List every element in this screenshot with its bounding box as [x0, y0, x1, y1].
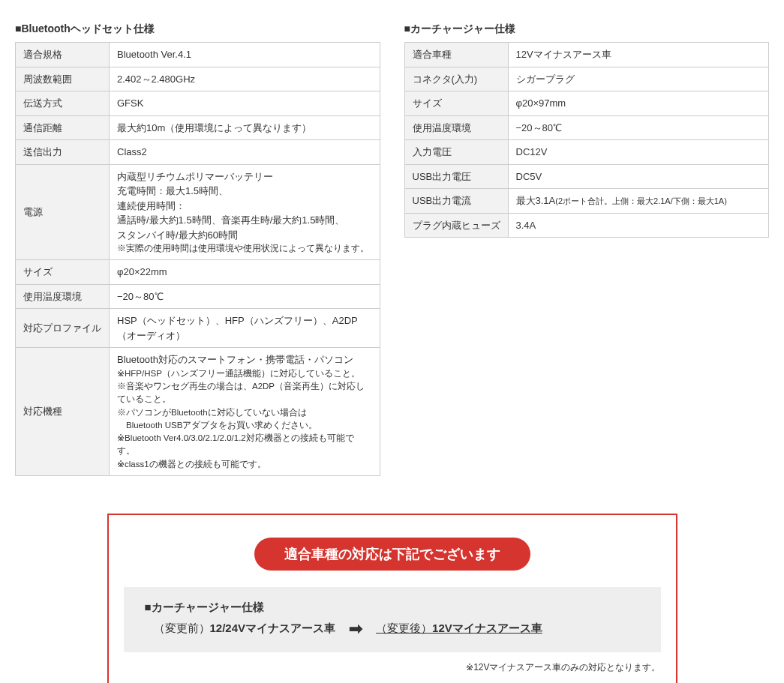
- models-note: ※class1の機器との接続も可能です。: [117, 458, 372, 471]
- table-row: 伝送方式GFSK: [16, 91, 380, 116]
- spec-key: 周波数範囲: [16, 67, 110, 91]
- spec-key: 対応プロファイル: [16, 309, 110, 348]
- before-group: （変更前）12/24Vマイナスアース車: [154, 622, 336, 636]
- table-row: 周波数範囲2.402～2.480GHz: [16, 67, 380, 91]
- power-line: 通話時/最大約1.5時間、音楽再生時/最大約1.5時間、: [117, 213, 372, 228]
- notice-footnote: ※12Vマイナスアース車のみの対応となります。: [124, 661, 661, 674]
- models-main: Bluetooth対応のスマートフォン・携帯電話・パソコン: [117, 352, 372, 367]
- spec-value: 最大約10m（使用環境によって異なります）: [110, 115, 380, 140]
- spec-value: GFSK: [110, 91, 380, 116]
- power-note: ※実際の使用時間は使用環境や使用状況によって異なります。: [117, 242, 372, 255]
- bluetooth-spec-table: 適合規格Bluetooth Ver.4.1 周波数範囲2.402～2.480GH…: [15, 42, 380, 476]
- arrow-icon: ➡: [349, 621, 362, 637]
- spec-key: 対応機種: [16, 348, 110, 476]
- table-row: サイズφ20×22mm: [16, 260, 380, 285]
- after-value: 12Vマイナスアース車: [432, 622, 542, 634]
- spec-key: USB出力電流: [404, 189, 508, 214]
- spec-key: 適合規格: [16, 43, 110, 67]
- spec-value: −20～80℃: [508, 115, 769, 140]
- spec-value: Bluetooth Ver.4.1: [110, 43, 380, 67]
- models-note: ※HFP/HSP（ハンズフリー通話機能）に対応していること。: [117, 367, 372, 380]
- spec-value: シガープラグ: [508, 67, 769, 91]
- table-row: プラグ内蔵ヒューズ3.4A: [404, 213, 769, 238]
- table-row: 入力電圧DC12V: [404, 140, 769, 165]
- before-label: （変更前）: [154, 622, 210, 634]
- models-note: ※音楽やワンセグ再生の場合は、A2DP（音楽再生）に対応していること。: [117, 380, 372, 406]
- table-row-models: 対応機種 Bluetooth対応のスマートフォン・携帯電話・パソコン ※HFP/…: [16, 348, 380, 476]
- table-row: 適合車種12Vマイナスアース車: [404, 43, 769, 67]
- spec-key: プラグ内蔵ヒューズ: [404, 213, 508, 238]
- spec-value: 3.4A: [508, 213, 769, 238]
- spec-value: −20～80℃: [110, 284, 380, 309]
- before-value: 12/24Vマイナスアース車: [210, 622, 336, 634]
- spec-value: DC5V: [508, 164, 769, 189]
- after-label: （変更後）: [376, 622, 432, 634]
- spec-key: 使用温度環境: [16, 284, 110, 309]
- spec-key: 通信距離: [16, 115, 110, 140]
- table-row: USB出力電圧DC5V: [404, 164, 769, 189]
- table-row: 送信出力Class2: [16, 140, 380, 165]
- models-note: Bluetooth USBアダプタをお買い求めください。: [117, 419, 372, 432]
- power-line: 連続使用時間：: [117, 199, 372, 214]
- table-row: 適合規格Bluetooth Ver.4.1: [16, 43, 380, 67]
- table-row: 使用温度環境−20～80℃: [404, 115, 769, 140]
- spec-value-power: 内蔵型リチウムポリマーバッテリー 充電時間：最大1.5時間、 連続使用時間： 通…: [110, 164, 380, 260]
- models-note: ※パソコンがBluetoothに対応していない場合は: [117, 406, 372, 419]
- spec-key: サイズ: [404, 91, 508, 116]
- spec-value: 2.402～2.480GHz: [110, 67, 380, 91]
- spec-key: 送信出力: [16, 140, 110, 165]
- power-line: 内蔵型リチウムポリマーバッテリー: [117, 169, 372, 184]
- table-row: 通信距離最大約10m（使用環境によって異なります）: [16, 115, 380, 140]
- table-row: サイズφ20×97mm: [404, 91, 769, 116]
- table-row-power: 電源 内蔵型リチウムポリマーバッテリー 充電時間：最大1.5時間、 連続使用時間…: [16, 164, 380, 260]
- table-row: 対応プロファイルHSP（ヘッドセット）、HFP（ハンズフリー）、A2DP（オーデ…: [16, 309, 380, 348]
- table-row: USB出力電流 最大3.1A(2ポート合計。上側：最大2.1A/下側：最大1A): [404, 189, 769, 214]
- notice-box: 適合車種の対応は下記でございます ■カーチャージャー仕様 （変更前）12/24V…: [107, 514, 677, 683]
- notice-section-title: ■カーチャージャー仕様: [145, 601, 640, 615]
- bluetooth-spec-title: ■Bluetoothヘッドセット仕様: [15, 22, 380, 36]
- spec-key: 電源: [16, 164, 110, 260]
- charger-spec-table: 適合車種12Vマイナスアース車 コネクタ(入力)シガープラグ サイズφ20×97…: [404, 42, 770, 238]
- table-row: コネクタ(入力)シガープラグ: [404, 67, 769, 91]
- bluetooth-spec-block: ■Bluetoothヘッドセット仕様 適合規格Bluetooth Ver.4.1…: [15, 22, 380, 476]
- change-line: （変更前）12/24Vマイナスアース車 ➡ （変更後）12Vマイナスアース車: [145, 621, 640, 637]
- notice-detail-band: ■カーチャージャー仕様 （変更前）12/24Vマイナスアース車 ➡ （変更後）1…: [124, 587, 661, 652]
- usb-current-sub: (2ポート合計。上側：最大2.1A/下側：最大1A): [555, 196, 727, 205]
- power-line: スタンバイ時/最大約60時間: [117, 228, 372, 243]
- spec-columns: ■Bluetoothヘッドセット仕様 適合規格Bluetooth Ver.4.1…: [15, 22, 769, 476]
- spec-value: DC12V: [508, 140, 769, 165]
- spec-key: 適合車種: [404, 43, 508, 67]
- spec-key: 使用温度環境: [404, 115, 508, 140]
- spec-key: 伝送方式: [16, 91, 110, 116]
- charger-spec-block: ■カーチャージャー仕様 適合車種12Vマイナスアース車 コネクタ(入力)シガープ…: [404, 22, 770, 238]
- spec-key: USB出力電圧: [404, 164, 508, 189]
- usb-current-main: 最大3.1A: [516, 195, 556, 206]
- spec-value: Class2: [110, 140, 380, 165]
- charger-spec-title: ■カーチャージャー仕様: [404, 22, 770, 36]
- power-line: 充電時間：最大1.5時間、: [117, 184, 372, 199]
- spec-key: サイズ: [16, 260, 110, 285]
- after-group: （変更後）12Vマイナスアース車: [376, 622, 542, 636]
- table-row: 使用温度環境−20～80℃: [16, 284, 380, 309]
- spec-value: φ20×97mm: [508, 91, 769, 116]
- models-note: ※Bluetooth Ver4.0/3.0/2.1/2.0/1.2対応機器との接…: [117, 432, 372, 458]
- spec-value: 12Vマイナスアース車: [508, 43, 769, 67]
- spec-key: 入力電圧: [404, 140, 508, 165]
- notice-headline: 適合車種の対応は下記でございます: [254, 538, 530, 571]
- spec-value: HSP（ヘッドセット）、HFP（ハンズフリー）、A2DP（オーディオ）: [110, 309, 380, 348]
- spec-value-usb-current: 最大3.1A(2ポート合計。上側：最大2.1A/下側：最大1A): [508, 189, 769, 214]
- spec-key: コネクタ(入力): [404, 67, 508, 91]
- spec-value-models: Bluetooth対応のスマートフォン・携帯電話・パソコン ※HFP/HSP（ハ…: [110, 348, 380, 476]
- spec-value: φ20×22mm: [110, 260, 380, 285]
